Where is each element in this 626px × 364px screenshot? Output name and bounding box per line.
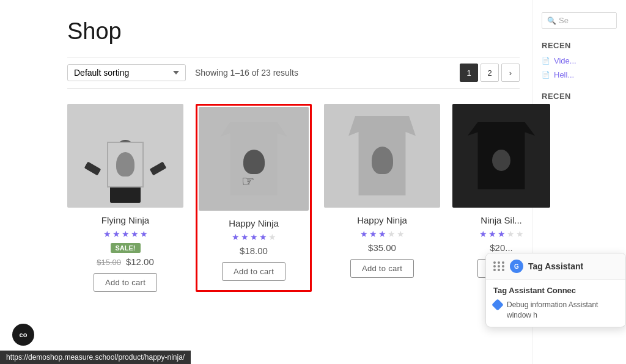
- document-icon: 📄: [542, 57, 550, 65]
- price-area-flying-ninja: $15.00 $12.00: [67, 257, 183, 267]
- add-to-cart-happy-ninja-hoodie[interactable]: Add to cart: [350, 259, 414, 278]
- star-rating-happy-ninja-hoodie: ★ ★ ★ ★ ★: [324, 229, 440, 239]
- price-current-flying-ninja: $12.00: [126, 257, 154, 267]
- sidebar-link-hello[interactable]: 📄 Hell...: [542, 70, 617, 79]
- results-count: Showing 1–16 of 23 results: [195, 68, 298, 78]
- tag-assistant-logo: G: [510, 260, 523, 273]
- recent-comments-title: Recen: [542, 92, 617, 101]
- star-4: ★: [388, 229, 396, 239]
- page-title: Shop: [67, 18, 520, 45]
- search-placeholder: Se: [559, 16, 569, 25]
- tag-assistant-title: Tag Assistant: [528, 261, 583, 271]
- sorting-select[interactable]: Default sorting Sort by popularity Sort …: [67, 64, 186, 81]
- tag-assistant-connected-text: Tag Assistant Connec: [493, 286, 618, 295]
- star-1: ★: [360, 229, 368, 239]
- star-5: ★: [140, 229, 148, 239]
- price-area-happy-ninja-hoodie: $35.00: [324, 242, 440, 253]
- star-5: ★: [516, 229, 524, 239]
- add-to-cart-flying-ninja[interactable]: Add to cart: [94, 273, 157, 292]
- hoodie-illustration: [348, 116, 416, 195]
- price-original-flying-ninja: $15.00: [97, 258, 121, 267]
- add-to-cart-happy-ninja-shirt[interactable]: Add to cart: [222, 262, 285, 281]
- price-area-happy-ninja-shirt: $18.00: [199, 246, 309, 256]
- tag-assistant-info-text: Debug information Assistant window h: [507, 300, 618, 321]
- shop-toolbar: Default sorting Sort by popularity Sort …: [67, 57, 520, 89]
- product-name-happy-ninja-hoodie: Happy Ninja: [324, 215, 440, 225]
- star-rating-flying-ninja: ★ ★ ★ ★ ★: [67, 229, 183, 239]
- product-image-happy-ninja-hoodie[interactable]: [324, 104, 440, 208]
- search-icon: 🔍: [547, 16, 556, 25]
- product-card-happy-ninja-hoodie: Happy Ninja ★ ★ ★ ★ ★ $35.00 Add to cart: [324, 104, 440, 292]
- tag-assistant-header: G Tag Assistant: [486, 253, 625, 280]
- star-1: ★: [479, 229, 487, 239]
- star-3: ★: [122, 229, 130, 239]
- star-3: ★: [378, 229, 386, 239]
- black-shirt-illustration: [468, 122, 535, 189]
- diamond-icon: [492, 299, 504, 311]
- star-4: ★: [259, 232, 267, 242]
- star-3: ★: [250, 232, 258, 242]
- product-name-happy-ninja-shirt: Happy Ninja: [199, 218, 309, 228]
- product-card-happy-ninja-shirt: ☞ Happy Ninja ★ ★ ★ ★ ★ $18.00 Add to ca…: [196, 104, 312, 292]
- sidebar-link-video[interactable]: 📄 Vide...: [542, 56, 617, 65]
- tag-assistant-info: Debug information Assistant window h: [493, 300, 618, 321]
- star-5: ★: [268, 232, 276, 242]
- cursor-icon: ☞: [241, 173, 255, 190]
- page-1-button[interactable]: 1: [460, 64, 478, 82]
- page-next-button[interactable]: ›: [501, 64, 520, 82]
- tag-assistant-popup: G Tag Assistant Tag Assistant Connec Deb…: [485, 253, 626, 327]
- price-current-ninja-silhouette: $20...: [490, 242, 513, 253]
- drag-handle[interactable]: [493, 261, 505, 271]
- sidebar-link-hello-label: Hell...: [554, 70, 574, 79]
- co-icon[interactable]: co: [12, 324, 34, 346]
- star-5: ★: [397, 229, 405, 239]
- products-grid: Flying Ninja ★ ★ ★ ★ ★ SALE! $15.00 $12.…: [67, 104, 520, 292]
- recent-posts-title: Recen: [542, 41, 617, 50]
- recent-comments-section: Recen: [542, 92, 617, 101]
- star-4: ★: [131, 229, 139, 239]
- sale-badge-flying-ninja: SALE!: [111, 243, 141, 253]
- product-image-ninja-silhouette[interactable]: [452, 104, 550, 208]
- product-name-flying-ninja: Flying Ninja: [67, 215, 183, 225]
- star-2: ★: [241, 232, 249, 242]
- star-rating-happy-ninja-shirt: ★ ★ ★ ★ ★: [199, 232, 309, 242]
- sidebar-link-video-label: Vide...: [554, 56, 576, 65]
- star-2: ★: [369, 229, 377, 239]
- status-bar: https://demoshop.measure.school/product/…: [0, 351, 191, 364]
- pagination: 1 2 ›: [460, 64, 520, 82]
- star-4: ★: [507, 229, 515, 239]
- star-3: ★: [498, 229, 506, 239]
- product-image-happy-ninja-shirt[interactable]: ☞: [199, 107, 309, 211]
- product-card-flying-ninja: Flying Ninja ★ ★ ★ ★ ★ SALE! $15.00 $12.…: [67, 104, 183, 292]
- star-1: ★: [103, 229, 111, 239]
- star-1: ★: [232, 232, 240, 242]
- product-image-flying-ninja[interactable]: [67, 104, 183, 208]
- star-2: ★: [488, 229, 496, 239]
- price-current-happy-ninja-hoodie: $35.00: [368, 242, 396, 253]
- price-current-happy-ninja-shirt: $18.00: [240, 246, 268, 256]
- star-2: ★: [112, 229, 120, 239]
- sidebar-search[interactable]: 🔍 Se: [542, 12, 617, 29]
- tag-assistant-body: Tag Assistant Connec Debug information A…: [486, 280, 625, 327]
- page-2-button[interactable]: 2: [481, 64, 499, 82]
- document-icon-2: 📄: [542, 71, 550, 79]
